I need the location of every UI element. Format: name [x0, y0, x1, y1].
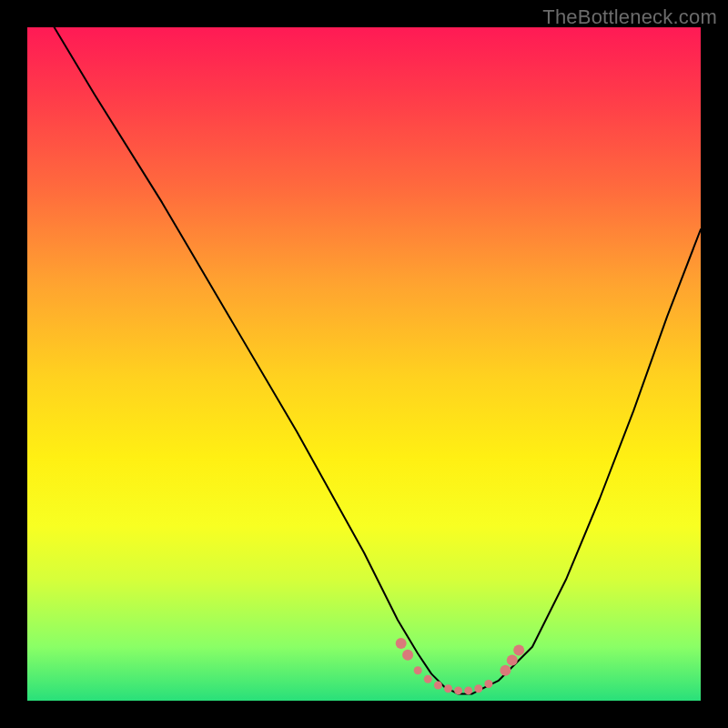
marker-dot — [414, 666, 422, 674]
watermark-text: TheBottleneck.com — [542, 5, 717, 29]
marker-dot — [464, 686, 472, 694]
marker-dot — [434, 682, 442, 690]
marker-dot — [396, 638, 407, 649]
marker-dot — [454, 686, 462, 694]
curve-markers — [396, 638, 525, 694]
marker-dot — [444, 684, 452, 693]
marker-dot — [402, 650, 413, 661]
marker-dot — [424, 675, 432, 683]
plot-area — [27, 27, 701, 701]
bottleneck-curve — [55, 27, 701, 694]
marker-dot — [474, 684, 482, 693]
marker-dot — [500, 665, 511, 676]
marker-dot — [507, 655, 518, 666]
curve-layer — [27, 27, 701, 701]
chart-frame: TheBottleneck.com — [0, 0, 728, 728]
marker-dot — [484, 680, 492, 688]
marker-dot — [513, 645, 524, 656]
